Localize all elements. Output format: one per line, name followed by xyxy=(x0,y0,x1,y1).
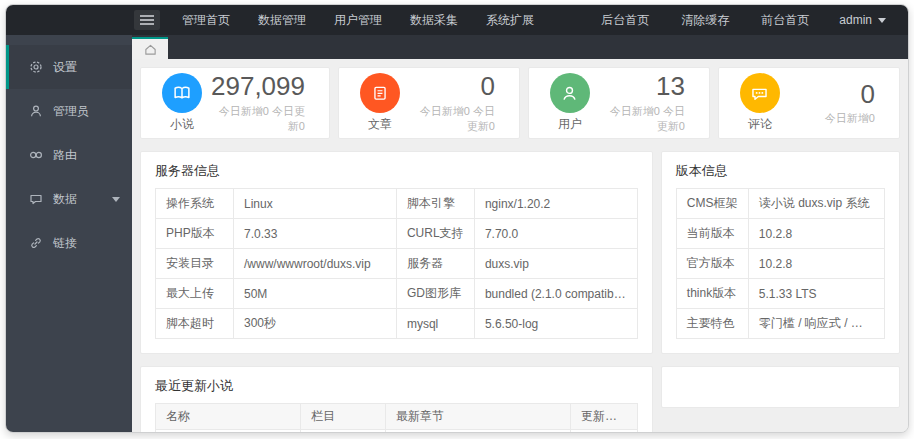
stat-label: 用户 xyxy=(541,116,599,133)
table-row: PHP版本 7.0.33 CURL支持 7.70.0 xyxy=(156,219,638,249)
nav-item-data-collect[interactable]: 数据采集 xyxy=(396,5,472,35)
sidebar-item-data[interactable]: 数据 xyxy=(6,177,132,221)
chevron-down-icon xyxy=(878,18,886,23)
info-value: duxs.vip xyxy=(474,249,637,279)
route-icon xyxy=(29,148,43,162)
nav-item-clear-cache[interactable]: 清除缓存 xyxy=(665,5,745,35)
stat-label: 小说 xyxy=(153,116,211,133)
sidebar-item-admins[interactable]: 管理员 xyxy=(6,89,132,133)
hamburger-icon xyxy=(140,15,154,25)
server-info-table: 操作系统 Linux 脚本引擎 nginx/1.20.2 PHP版本 7.0.3… xyxy=(155,188,638,339)
info-value: 10.2.8 xyxy=(748,249,884,279)
nav-item-frontend-home[interactable]: 前台首页 xyxy=(745,5,825,35)
info-value: 10.2.8 xyxy=(748,219,884,249)
info-value: 300秒 xyxy=(234,309,397,339)
info-value: 5.6.50-log xyxy=(474,309,637,339)
recent-novels-panel: 最近更新小说 名称 栏目 最新章节 更新时间 首富从卖电脑主板开始 衍生 xyxy=(140,366,653,433)
info-label: 安装目录 xyxy=(156,249,234,279)
info-label: mysql xyxy=(396,309,474,339)
table-row: 最大上传 50M GD图形库 bundled (2.1.0 compatible… xyxy=(156,279,638,309)
stat-card-comments: 评论 0 今日新增0 xyxy=(718,67,900,139)
info-label: 脚本超时 xyxy=(156,309,234,339)
table-row: 官方版本 10.2.8 xyxy=(676,249,884,279)
info-label: CURL支持 xyxy=(396,219,474,249)
navbar-logo-space xyxy=(6,5,132,35)
table-header-row: 名称 栏目 最新章节 更新时间 xyxy=(156,404,638,430)
table-row: think版本 5.1.33 LTS xyxy=(676,279,884,309)
stat-card-users: 用户 13 今日新增0 今日更新0 xyxy=(528,67,710,139)
nav-item-user-manage[interactable]: 用户管理 xyxy=(320,5,396,35)
novel-name: 首富从卖电脑主板开始 xyxy=(156,430,301,434)
version-info-table: CMS框架 读小说 duxs.vip 系统 当前版本 10.2.8 官方版本 1… xyxy=(676,188,885,339)
tab-bar xyxy=(132,35,908,59)
stat-value: 0 xyxy=(409,72,495,101)
app-window: 管理首页 数据管理 用户管理 数据采集 系统扩展 后台首页 清除缓存 前台首页 … xyxy=(5,4,909,433)
recent-novels-table: 名称 栏目 最新章节 更新时间 首富从卖电脑主板开始 衍生 第三百三十一章 me… xyxy=(155,403,638,433)
nav-item-system-extend[interactable]: 系统扩展 xyxy=(472,5,548,35)
panel-title: 版本信息 xyxy=(662,152,899,188)
stat-value: 0 xyxy=(789,80,875,109)
stat-subtitle: 今日新增0 xyxy=(789,111,875,126)
info-label: 服务器 xyxy=(396,249,474,279)
stat-value: 13 xyxy=(599,72,685,101)
column-header: 最新章节 xyxy=(386,404,571,430)
comment-icon xyxy=(740,73,780,113)
admin-user-menu[interactable]: admin xyxy=(825,13,892,27)
column-header: 栏目 xyxy=(301,404,386,430)
info-value: 7.0.33 xyxy=(234,219,397,249)
column-header: 更新时间 xyxy=(571,404,638,430)
info-value: 读小说 duxs.vip 系统 xyxy=(748,189,884,219)
table-row: 操作系统 Linux 脚本引擎 nginx/1.20.2 xyxy=(156,189,638,219)
person-icon xyxy=(550,73,590,113)
article-icon xyxy=(360,73,400,113)
table-row: 主要特色 零门槛 / 响应式 / 清爽 / 极简 xyxy=(676,309,884,339)
sidebar-item-settings[interactable]: 设置 xyxy=(6,45,132,89)
table-row: 当前版本 10.2.8 xyxy=(676,219,884,249)
menu-toggle-button[interactable] xyxy=(134,10,160,30)
link-icon xyxy=(29,236,43,250)
sidebar-item-label: 数据 xyxy=(53,191,77,208)
sidebar-item-label: 设置 xyxy=(53,59,77,76)
info-label: 最大上传 xyxy=(156,279,234,309)
info-label: 操作系统 xyxy=(156,189,234,219)
sidebar: 设置 管理员 路由 数据 链接 xyxy=(6,35,132,433)
table-row: 安装目录 /www/wwwroot/duxs.vip 服务器 duxs.vip xyxy=(156,249,638,279)
info-label: 当前版本 xyxy=(676,219,748,249)
column-header: 名称 xyxy=(156,404,301,430)
stat-card-articles: 文章 0 今日新增0 今日更新0 xyxy=(338,67,520,139)
info-label: 官方版本 xyxy=(676,249,748,279)
stat-value: 297,099 xyxy=(211,72,305,101)
nav-item-backend-home[interactable]: 后台首页 xyxy=(585,5,665,35)
stat-subtitle: 今日新增0 今日更新0 xyxy=(599,104,685,134)
info-label: CMS框架 xyxy=(676,189,748,219)
stat-cards-row: 小说 297,099 今日新增0 今日更新0 文章 xyxy=(140,67,900,139)
chevron-down-icon xyxy=(112,197,120,202)
sidebar-item-routes[interactable]: 路由 xyxy=(6,133,132,177)
version-info-panel: 版本信息 CMS框架 读小说 duxs.vip 系统 当前版本 10.2.8 xyxy=(661,151,900,354)
gear-icon xyxy=(29,60,43,74)
info-value: 50M xyxy=(234,279,397,309)
info-label: GD图形库 xyxy=(396,279,474,309)
table-row[interactable]: 首富从卖电脑主板开始 衍生 第三百三十一章 meta高价抢游戏 11-19 18… xyxy=(156,430,638,434)
sidebar-item-links[interactable]: 链接 xyxy=(6,221,132,265)
nav-item-admin-home[interactable]: 管理首页 xyxy=(168,5,244,35)
user-icon xyxy=(29,104,43,118)
info-value: Linux xyxy=(234,189,397,219)
book-icon xyxy=(162,73,202,113)
info-label: 脚本引擎 xyxy=(396,189,474,219)
home-icon xyxy=(144,43,157,56)
stat-subtitle: 今日新增0 今日更新0 xyxy=(211,104,305,134)
info-value: 5.1.33 LTS xyxy=(748,279,884,309)
novel-category: 衍生 xyxy=(301,430,386,434)
info-label: think版本 xyxy=(676,279,748,309)
nav-item-data-manage[interactable]: 数据管理 xyxy=(244,5,320,35)
username-label: admin xyxy=(839,13,872,27)
empty-panel xyxy=(661,366,900,408)
tab-home[interactable] xyxy=(132,37,168,59)
stat-label: 评论 xyxy=(731,116,789,133)
panel-title: 最近更新小说 xyxy=(141,367,652,403)
dashboard-content: 小说 297,099 今日新增0 今日更新0 文章 xyxy=(132,59,908,433)
novel-update-time: 11-19 18:46 xyxy=(571,430,638,434)
table-row: CMS框架 读小说 duxs.vip 系统 xyxy=(676,189,884,219)
sidebar-item-label: 路由 xyxy=(53,147,77,164)
